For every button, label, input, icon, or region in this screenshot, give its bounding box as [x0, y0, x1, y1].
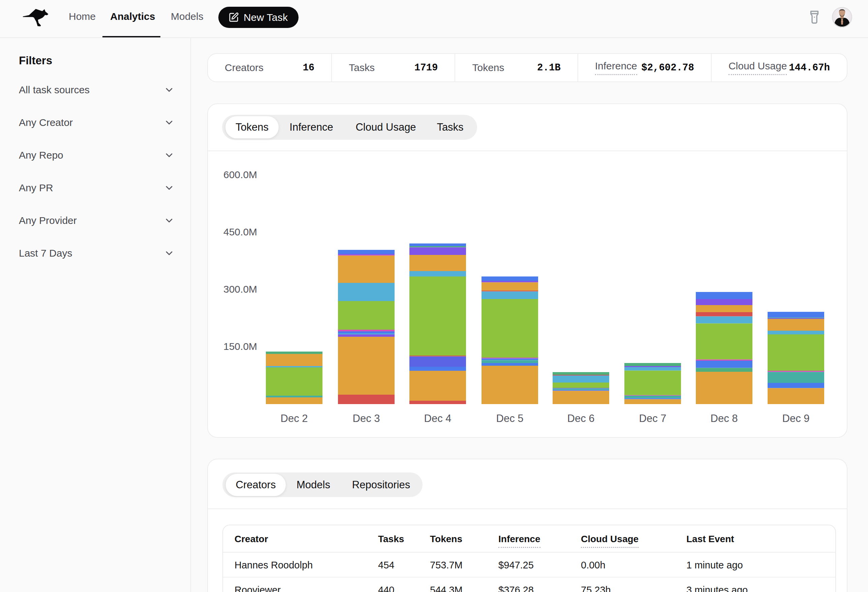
- svg-text:Dec 4: Dec 4: [424, 412, 452, 424]
- svg-text:Dec 8: Dec 8: [711, 412, 738, 424]
- svg-text:600.0M: 600.0M: [223, 169, 257, 180]
- svg-text:150.0M: 150.0M: [223, 341, 257, 352]
- svg-text:300.0M: 300.0M: [223, 284, 257, 295]
- svg-text:Dec 5: Dec 5: [496, 412, 524, 424]
- svg-text:Dec 6: Dec 6: [567, 412, 595, 424]
- svg-text:Dec 9: Dec 9: [782, 412, 810, 424]
- svg-text:Dec 7: Dec 7: [639, 412, 666, 424]
- svg-text:Dec 3: Dec 3: [353, 412, 380, 424]
- svg-text:Dec 2: Dec 2: [281, 412, 308, 424]
- svg-text:450.0M: 450.0M: [223, 226, 257, 237]
